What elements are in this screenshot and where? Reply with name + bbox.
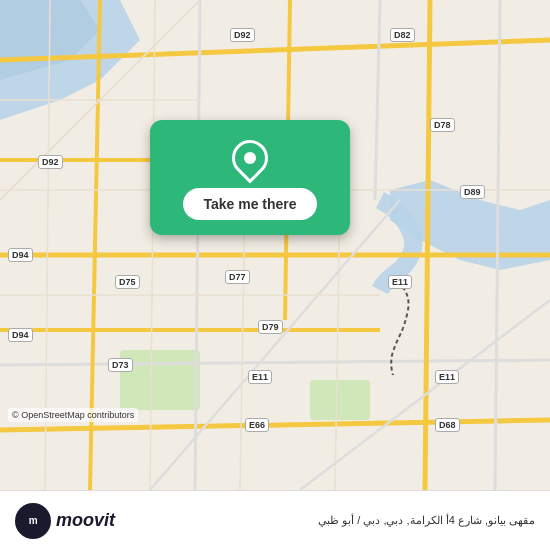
bottom-bar: m moovit مقهى بيانو, شارع 4أ الكرامة, دب… (0, 490, 550, 550)
map-container: D92 D82 D92 D78 D89 D94 D75 D77 E11 D79 … (0, 0, 550, 490)
location-card: Take me there (150, 120, 350, 235)
moovit-logo-text: moovit (56, 510, 115, 531)
road-badge-d78: D78 (430, 118, 455, 132)
road-badge-e11a: E11 (388, 275, 412, 289)
road-badge-e66: E66 (245, 418, 269, 432)
address-text: مقهى بيانو, شارع 4أ الكرامة, دبي, دبي / … (318, 513, 535, 528)
road-badge-d68: D68 (435, 418, 460, 432)
road-badge-e11c: E11 (435, 370, 459, 384)
road-badge-d89: D89 (460, 185, 485, 199)
location-pin-icon (225, 133, 276, 184)
road-badge-d94a: D94 (8, 248, 33, 262)
moovit-logo-circle: m (15, 503, 51, 539)
osm-attribution: © OpenStreetMap contributors (8, 408, 138, 422)
road-badge-d77: D77 (225, 270, 250, 284)
road-badge-d73: D73 (108, 358, 133, 372)
road-badge-d92b: D92 (38, 155, 63, 169)
road-badge-d82: D82 (390, 28, 415, 42)
road-badge-d94b: D94 (8, 328, 33, 342)
road-badge-e11b: E11 (248, 370, 272, 384)
road-badge-d75: D75 (115, 275, 140, 289)
road-badge-d92a: D92 (230, 28, 255, 42)
take-me-there-button[interactable]: Take me there (183, 188, 316, 220)
svg-rect-5 (310, 380, 370, 420)
road-badge-d79: D79 (258, 320, 283, 334)
moovit-logo: m moovit (15, 503, 115, 539)
